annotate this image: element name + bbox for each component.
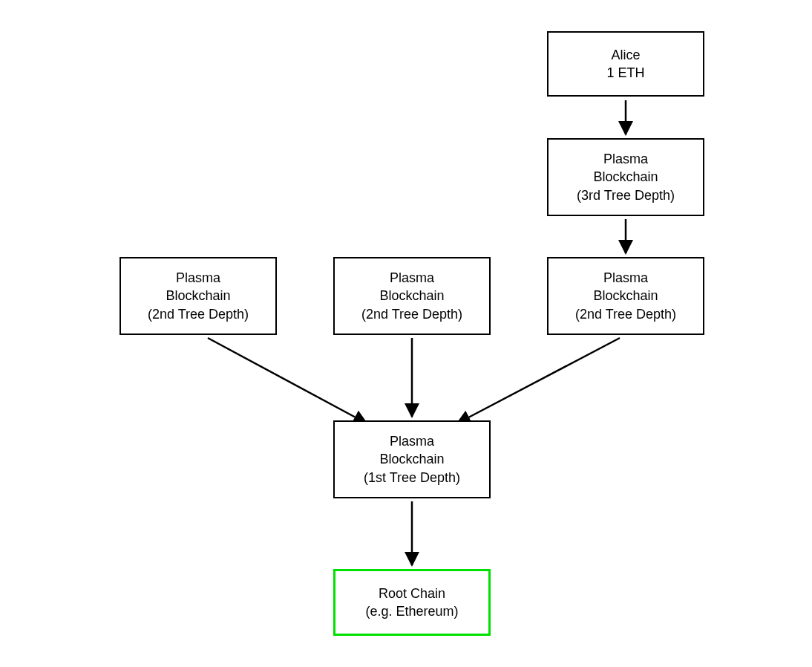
svg-line-2 xyxy=(208,338,367,423)
node-plasma-2nd-c: Plasma Blockchain (2nd Tree Depth) xyxy=(547,257,704,335)
node-plasma-1st-line1: Plasma xyxy=(390,432,434,450)
node-plasma-1st: Plasma Blockchain (1st Tree Depth) xyxy=(333,420,491,498)
node-plasma-2nd-a: Plasma Blockchain (2nd Tree Depth) xyxy=(119,257,277,335)
node-alice: Alice 1 ETH xyxy=(547,31,704,97)
node-alice-line2: 1 ETH xyxy=(606,64,644,82)
node-plasma-3rd-line2: Blockchain xyxy=(593,168,658,186)
node-plasma-3rd-line1: Plasma xyxy=(603,150,648,168)
node-plasma-2nd-b: Plasma Blockchain (2nd Tree Depth) xyxy=(333,257,491,335)
node-plasma-3rd-line3: (3rd Tree Depth) xyxy=(577,186,675,204)
node-plasma-2nd-b-line1: Plasma xyxy=(390,269,434,287)
node-alice-line1: Alice xyxy=(611,46,640,64)
node-plasma-2nd-c-line2: Blockchain xyxy=(593,287,658,305)
node-plasma-2nd-a-line2: Blockchain xyxy=(166,287,230,305)
node-plasma-2nd-b-line2: Blockchain xyxy=(379,287,444,305)
node-plasma-2nd-c-line3: (2nd Tree Depth) xyxy=(575,305,676,323)
node-plasma-2nd-c-line1: Plasma xyxy=(603,269,648,287)
node-plasma-1st-line2: Blockchain xyxy=(379,450,444,468)
node-plasma-3rd: Plasma Blockchain (3rd Tree Depth) xyxy=(547,138,704,216)
diagram-canvas: Alice 1 ETH Plasma Blockchain (3rd Tree … xyxy=(0,0,812,667)
node-root-chain: Root Chain (e.g. Ethereum) xyxy=(333,569,491,636)
node-root-line2: (e.g. Ethereum) xyxy=(365,602,458,620)
node-plasma-1st-line3: (1st Tree Depth) xyxy=(364,469,460,487)
node-plasma-2nd-b-line3: (2nd Tree Depth) xyxy=(361,305,462,323)
node-plasma-2nd-a-line1: Plasma xyxy=(176,269,220,287)
svg-line-4 xyxy=(457,338,620,423)
node-root-line1: Root Chain xyxy=(379,585,445,602)
node-plasma-2nd-a-line3: (2nd Tree Depth) xyxy=(148,305,249,323)
